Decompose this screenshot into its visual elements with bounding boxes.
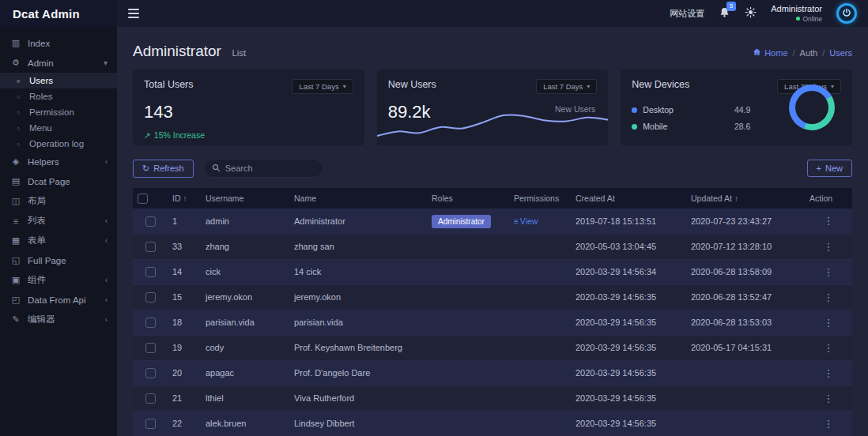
role-badge[interactable]: Administrator bbox=[432, 215, 491, 228]
home-icon bbox=[753, 47, 761, 58]
row-checkbox[interactable] bbox=[145, 393, 156, 404]
sidebar-item-full-page[interactable]: ◱Full Page bbox=[0, 250, 117, 270]
circle-icon: ○ bbox=[13, 94, 24, 100]
legend-dot bbox=[632, 107, 637, 113]
sidebar-item-data-from-api[interactable]: ◰Data From Api‹ bbox=[0, 290, 117, 310]
notifications-button[interactable]: 5 bbox=[719, 6, 730, 21]
table-body: 1adminAdministratorAdministrator≡View201… bbox=[133, 209, 852, 436]
breadcrumb-home[interactable]: Home bbox=[753, 47, 787, 58]
sidebar-item-components[interactable]: ▣组件‹ bbox=[0, 270, 117, 290]
sidebar-item-editor[interactable]: ✎编辑器‹ bbox=[0, 310, 117, 329]
plus-icon: + bbox=[817, 164, 821, 173]
cell-updated-at bbox=[686, 411, 805, 436]
user-menu[interactable]: Administrator Online bbox=[771, 4, 822, 23]
cell-username: apagac bbox=[201, 360, 289, 385]
table-row: 22alek.bruenLindsey Dibbert2020-03-29 14… bbox=[133, 411, 852, 436]
search-input[interactable] bbox=[225, 164, 338, 173]
theme-settings-button[interactable] bbox=[745, 6, 757, 21]
chevron-left-icon: ‹ bbox=[105, 276, 108, 284]
cell-updated-at: 2020-05-17 04:15:31 bbox=[686, 335, 805, 360]
chevron-down-icon: ▾ bbox=[831, 83, 834, 90]
row-actions-button[interactable]: ⋮ bbox=[819, 215, 839, 227]
sidebar-item-admin[interactable]: ⚙Admin▾ bbox=[0, 53, 117, 73]
sidebar-item-roles[interactable]: ○Roles bbox=[0, 88, 117, 104]
row-actions-button[interactable]: ⋮ bbox=[819, 317, 839, 329]
cell-permissions bbox=[509, 234, 571, 259]
refresh-button[interactable]: ↻ Refresh bbox=[133, 160, 194, 178]
new-users-range-dropdown[interactable]: Last 7 Days ▾ bbox=[536, 79, 597, 94]
row-checkbox[interactable] bbox=[145, 343, 156, 353]
row-checkbox[interactable] bbox=[145, 267, 156, 277]
row-checkbox[interactable] bbox=[145, 419, 156, 429]
select-all-checkbox[interactable] bbox=[138, 194, 148, 204]
row-actions-button[interactable]: ⋮ bbox=[819, 266, 839, 278]
sidebar-item-form[interactable]: ▦表单‹ bbox=[0, 231, 117, 250]
devices-legend: Desktop 44.9 Mobile 28.6 bbox=[632, 105, 750, 131]
total-users-range-dropdown[interactable]: Last 7 Days ▾ bbox=[292, 79, 353, 94]
sidebar-item-helpers[interactable]: ◈Helpers‹ bbox=[0, 152, 117, 171]
new-button[interactable]: + New bbox=[807, 160, 852, 177]
view-permissions-link[interactable]: ≡View bbox=[514, 216, 538, 226]
total-users-card: Total Users Last 7 Days ▾ 143 ↗ 15% Incr… bbox=[133, 70, 364, 145]
sidebar-item-users[interactable]: ○Users bbox=[0, 73, 117, 88]
sidebar-item-operation-log[interactable]: ○Operation log bbox=[0, 136, 117, 152]
brand[interactable]: Dcat Admin bbox=[0, 0, 117, 27]
cell-created-at: 2020-03-29 14:56:35 bbox=[571, 385, 686, 411]
site-settings-link[interactable]: 网站设置 bbox=[670, 8, 704, 20]
logout-button[interactable] bbox=[836, 3, 857, 24]
column-id[interactable]: ID↑ bbox=[168, 188, 201, 209]
cell-id: 21 bbox=[168, 385, 201, 411]
row-actions-button[interactable]: ⋮ bbox=[819, 342, 839, 354]
row-actions-button[interactable]: ⋮ bbox=[819, 418, 839, 430]
sidebar-item-menu[interactable]: ○Menu bbox=[0, 120, 117, 136]
sidebar-item-table-list[interactable]: ≡列表‹ bbox=[0, 211, 117, 231]
row-checkbox[interactable] bbox=[145, 216, 156, 227]
cell-roles: Administrator bbox=[427, 209, 509, 234]
cell-roles bbox=[427, 385, 509, 411]
sidebar-item-layout[interactable]: ◫布局 bbox=[0, 191, 117, 211]
row-actions-button[interactable]: ⋮ bbox=[819, 367, 839, 379]
circle-icon: ○ bbox=[13, 126, 24, 131]
cell-id: 22 bbox=[168, 411, 201, 436]
table-header-row: ID↑ Username Name Roles Permissions Crea… bbox=[133, 188, 852, 209]
sidebar-item-index[interactable]: ▥Index bbox=[0, 33, 117, 53]
hamburger-menu-icon[interactable] bbox=[128, 9, 139, 18]
cell-username: jeremy.okon bbox=[201, 284, 289, 310]
row-checkbox[interactable] bbox=[145, 242, 156, 252]
column-created-at: Created At bbox=[571, 188, 686, 209]
breadcrumb-auth[interactable]: Auth bbox=[800, 48, 818, 58]
sidebar-item-permission[interactable]: ○Permission bbox=[0, 104, 117, 120]
cell-created-at: 2020-03-29 14:56:35 bbox=[571, 310, 686, 335]
cell-created-at: 2020-03-29 14:56:35 bbox=[571, 284, 686, 310]
cell-username: zhang bbox=[201, 234, 289, 259]
cell-created-at: 2019-07-18 15:13:51 bbox=[571, 209, 686, 234]
column-updated-at[interactable]: Updated At↑ bbox=[686, 188, 805, 209]
cell-name: parisian.vida bbox=[289, 310, 427, 335]
page-title: Administrator bbox=[133, 43, 221, 59]
notification-badge: 5 bbox=[726, 2, 736, 11]
components-icon: ▣ bbox=[9, 275, 22, 285]
cell-username: parisian.vida bbox=[201, 310, 289, 335]
row-checkbox[interactable] bbox=[145, 318, 156, 328]
circle-icon: ○ bbox=[13, 78, 24, 84]
table-row: 33zhangzhang san2020-05-03 13:04:452020-… bbox=[133, 234, 852, 259]
cell-permissions bbox=[509, 411, 571, 436]
cell-username: cick bbox=[201, 259, 289, 284]
card-title: Total Users bbox=[144, 79, 194, 90]
list-icon: ≡ bbox=[514, 217, 519, 226]
row-actions-button[interactable]: ⋮ bbox=[819, 393, 839, 404]
cell-username: admin bbox=[201, 209, 289, 234]
search-box[interactable] bbox=[203, 159, 323, 178]
users-table: ID↑ Username Name Roles Permissions Crea… bbox=[133, 188, 852, 436]
row-actions-button[interactable]: ⋮ bbox=[819, 291, 839, 303]
trend-up-icon: ↗ bbox=[144, 130, 151, 140]
cell-id: 14 bbox=[168, 259, 201, 284]
cell-id: 18 bbox=[168, 310, 201, 335]
row-checkbox[interactable] bbox=[145, 292, 156, 303]
sidebar-item-dcat-page[interactable]: ▤Dcat Page bbox=[0, 171, 117, 191]
row-checkbox[interactable] bbox=[145, 368, 156, 378]
cell-permissions bbox=[509, 259, 571, 284]
brand-label: Dcat Admin bbox=[13, 7, 80, 21]
row-actions-button[interactable]: ⋮ bbox=[819, 241, 839, 253]
power-icon bbox=[842, 6, 851, 21]
